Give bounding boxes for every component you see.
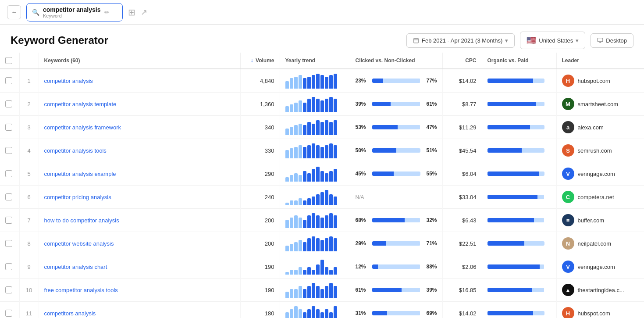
header-cpc[interactable]: CPC — [442, 53, 482, 69]
organic-bar-empty — [533, 79, 544, 83]
trend-bar — [294, 103, 298, 112]
clicked-percent: 61% — [356, 287, 370, 293]
row-keyword[interactable]: competitor website analysis — [39, 232, 240, 255]
keyword-link[interactable]: competitor analysis template — [44, 101, 117, 107]
header-keywords[interactable]: Keywords (60) — [39, 53, 240, 69]
row-checkbox-cell[interactable] — [0, 302, 19, 318]
organic-bar-empty — [534, 218, 544, 222]
row-checkbox[interactable] — [5, 286, 12, 293]
row-keyword[interactable]: how to do competitor analysis — [39, 209, 240, 232]
clone-icon[interactable]: ⊞ — [128, 7, 135, 18]
organic-bar-filled — [487, 241, 525, 246]
date-range-button[interactable]: Feb 2021 - Apr 2021 (3 Months) ▾ — [406, 33, 515, 48]
keyword-link[interactable]: competitor pricing analysis — [44, 194, 111, 200]
keyword-link[interactable]: competitors analysis — [44, 310, 96, 317]
country-button[interactable]: 🇺🇸 United States ▾ — [520, 32, 585, 49]
clicked-bar-empty — [391, 102, 420, 106]
keyword-link[interactable]: free competitor analysis tools — [44, 287, 118, 293]
row-checkbox[interactable] — [5, 147, 12, 154]
keyword-link[interactable]: competitor analysis framework — [44, 124, 121, 131]
trend-bar — [334, 197, 337, 205]
row-keyword[interactable]: competitor analysis tools — [39, 139, 240, 162]
device-button[interactable]: Desktop — [591, 33, 633, 48]
row-checkbox-cell[interactable] — [0, 162, 19, 186]
row-checkbox[interactable] — [5, 217, 12, 224]
row-checkbox[interactable] — [5, 170, 12, 177]
trend-bar — [316, 74, 320, 89]
row-keyword[interactable]: competitor pricing analysis — [39, 186, 240, 209]
clicked-wrap: 68% 32% — [356, 217, 437, 223]
keyword-link[interactable]: competitor analysis example — [44, 171, 116, 177]
row-keyword[interactable]: competitor analysis example — [39, 162, 240, 186]
header-leader[interactable]: Leader — [556, 53, 644, 69]
trend-bar — [294, 289, 298, 298]
search-tag[interactable]: 🔍 competitor analysis Keyword ✏ — [26, 3, 123, 21]
row-checkbox-cell[interactable] — [0, 232, 19, 255]
trend-bar — [299, 75, 302, 89]
row-checkbox-cell[interactable] — [0, 279, 19, 302]
trend-bar — [312, 97, 315, 112]
row-keyword[interactable]: free competitor analysis tools — [39, 279, 240, 302]
clicked-bar-filled — [372, 125, 398, 129]
leader-name: competera.net — [578, 194, 614, 200]
na-label: N/A — [356, 194, 364, 200]
external-link-icon[interactable]: ↗ — [141, 7, 147, 17]
keyword-link[interactable]: competitor analysis tools — [44, 147, 107, 154]
trend-bar — [285, 312, 289, 318]
row-checkbox[interactable] — [5, 263, 12, 270]
row-organic — [482, 209, 556, 232]
svg-rect-0 — [414, 38, 419, 43]
header-volume[interactable]: ↓ Volume — [240, 53, 280, 69]
organic-bar-empty — [540, 264, 544, 269]
row-checkbox[interactable] — [5, 240, 12, 247]
clicked-bar-empty — [402, 288, 420, 292]
trend-bar — [299, 240, 302, 251]
trend-bar — [307, 122, 311, 135]
leader-icon: C — [562, 191, 574, 203]
row-checkbox-cell[interactable] — [0, 255, 19, 279]
row-trend-chart — [280, 255, 350, 279]
row-checkbox[interactable] — [5, 77, 12, 84]
trend-bar — [290, 289, 293, 298]
row-checkbox-cell[interactable] — [0, 139, 19, 162]
row-checkbox-cell[interactable] — [0, 93, 19, 116]
keyword-link[interactable]: competitor analysis chart — [44, 264, 107, 270]
row-keyword[interactable]: competitor analysis template — [39, 93, 240, 116]
trend-bars — [285, 189, 345, 205]
row-checkbox[interactable] — [5, 124, 12, 131]
row-keyword[interactable]: competitor analysis — [39, 69, 240, 93]
row-checkbox[interactable] — [5, 100, 12, 107]
header-clicked[interactable]: Clicked vs. Non-Clicked — [350, 53, 442, 69]
row-keyword[interactable]: competitor analysis framework — [39, 116, 240, 139]
header-trend[interactable]: Yearly trend — [280, 53, 350, 69]
row-checkbox-cell[interactable] — [0, 209, 19, 232]
row-checkbox[interactable] — [5, 310, 12, 317]
header-check[interactable] — [0, 53, 19, 69]
row-keyword[interactable]: competitors analysis — [39, 302, 240, 318]
trend-bar — [299, 286, 302, 298]
trend-bar — [316, 120, 320, 135]
leader-name: alexa.com — [578, 124, 604, 131]
row-checkbox-cell[interactable] — [0, 116, 19, 139]
table-row: 6competitor pricing analysis240N/A$33.04… — [0, 186, 644, 209]
clicked-wrap: 45% 55% — [356, 171, 437, 177]
date-chevron-icon: ▾ — [505, 37, 508, 44]
keyword-link[interactable]: how to do competitor analysis — [44, 217, 119, 224]
page-header: Keyword Generator Feb 2021 - Apr 2021 (3… — [0, 25, 644, 53]
header-controls: Feb 2021 - Apr 2021 (3 Months) ▾ 🇺🇸 Unit… — [406, 32, 633, 49]
header-organic[interactable]: Organic vs. Paid — [482, 53, 556, 69]
clicked-bar — [372, 79, 420, 83]
trend-bar — [285, 106, 289, 112]
row-keyword[interactable]: competitor analysis chart — [39, 255, 240, 279]
leader-cell: C competera.net — [562, 191, 639, 203]
trend-bar — [316, 194, 320, 205]
back-button[interactable]: ← — [7, 5, 21, 19]
edit-icon[interactable]: ✏ — [104, 9, 110, 16]
row-checkbox-cell[interactable] — [0, 69, 19, 93]
row-checkbox-cell[interactable] — [0, 186, 19, 209]
trend-bar — [334, 267, 337, 275]
keyword-link[interactable]: competitor website analysis — [44, 240, 114, 247]
row-checkbox[interactable] — [5, 193, 12, 200]
trend-bar — [334, 120, 337, 135]
keyword-link[interactable]: competitor analysis — [44, 78, 93, 84]
